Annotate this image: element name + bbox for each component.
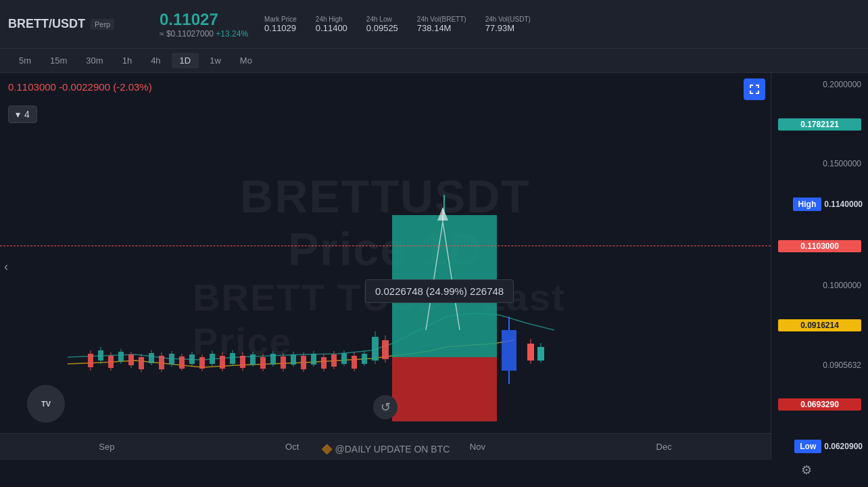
pair-name: BRETT/USDT: [8, 17, 85, 31]
high-badge: High: [793, 198, 822, 211]
price-value: 0.1000000: [823, 281, 861, 290]
main-layout: BRETTUSDT Price 1D BRETT TUSDT Last Pric…: [0, 73, 868, 460]
price-usd: ≈ $0.11027000: [160, 29, 214, 39]
daily-update-text: 🔶 @DAILY UPDATE ON BTC: [321, 444, 450, 455]
low-24h-value: 0.09525: [366, 23, 398, 33]
chevron-down-icon: ▾: [16, 109, 20, 120]
tradingview-logo: TV: [27, 385, 65, 423]
daily-update-footer: 🔶 @DAILY UPDATE ON BTC: [0, 444, 771, 455]
price-badge-yellow: 0.0916214: [778, 319, 861, 331]
tf-15m[interactable]: 15m: [42, 53, 75, 68]
high-24h-label: 24h High: [316, 16, 347, 23]
vol-brett-label: 24h Vol(BRETT): [417, 16, 466, 23]
tooltip-text: 0.0226748 (24.99%) 226748: [375, 285, 504, 297]
perp-badge: Perp: [91, 19, 114, 30]
vol-usdt-label: 24h Vol(USDT): [485, 16, 531, 23]
price-level-low: Low 0.0620900: [774, 438, 865, 455]
svg-rect-3: [758, 85, 759, 88]
svg-rect-69: [392, 357, 497, 421]
price-sub: ≈ $0.11027000 +13.24%: [160, 29, 248, 39]
timeframe-bar: 5m 15m 30m 1h 4h 1D 1w Mo: [0, 49, 868, 73]
low-24h-label: 24h Low: [366, 16, 398, 23]
chart-tooltip: 0.0226748 (24.99%) 226748: [365, 279, 514, 303]
price-level-0.178: 0.1782121: [774, 117, 865, 132]
price-level-0.1103: 0.1103000: [774, 239, 865, 254]
tv-logo-text: TV: [41, 400, 51, 408]
pair-info: BRETT/USDT Perp: [8, 17, 143, 31]
svg-rect-73: [502, 330, 516, 371]
tf-1h[interactable]: 1h: [114, 53, 140, 68]
price-value: 0.0905632: [823, 361, 861, 370]
sidebar-toggle[interactable]: ‹: [0, 256, 12, 278]
tf-1d[interactable]: 1D: [172, 53, 199, 68]
price-badge-red2: 0.0693290: [778, 398, 861, 411]
low-value: 0.0620900: [824, 442, 863, 451]
price-change-text: 0.1103000 -0.0022900 (-2.03%): [8, 81, 152, 93]
price-level-0.091: 0.0916214: [774, 318, 865, 333]
price-level-0.2: 0.2000000: [774, 78, 865, 91]
mark-price-label: Mark Price: [264, 16, 297, 23]
tf-4h[interactable]: 4h: [143, 53, 168, 68]
stat-24h-high: 24h High 0.11400: [316, 16, 347, 33]
dotted-line: [0, 246, 771, 246]
high-24h-value: 0.11400: [316, 23, 347, 33]
legend-button[interactable]: ▾ 4: [8, 106, 37, 123]
high-value: 0.1140000: [824, 200, 863, 209]
reset-icon: ↺: [381, 400, 391, 415]
chart-wrapper: BRETTUSDT Price 1D BRETT TUSDT Last Pric…: [0, 73, 771, 460]
chevron-left-icon: ‹: [4, 260, 8, 273]
low-badge: Low: [794, 440, 821, 453]
tf-30m[interactable]: 30m: [78, 53, 111, 68]
stat-vol-usdt: 24h Vol(USDT) 77.93M: [485, 16, 531, 33]
svg-rect-1: [750, 85, 751, 88]
price-level-0.15: 0.1500000: [774, 158, 865, 170]
header: BRETT/USDT Perp 0.11027 ≈ $0.11027000 +1…: [0, 0, 868, 49]
expand-icon: [748, 83, 761, 95]
price-badge-teal: 0.1782121: [778, 118, 861, 131]
stat-vol-brett: 24h Vol(BRETT) 738.14M: [417, 16, 466, 33]
price-level-0.090: 0.0905632: [774, 359, 865, 371]
reset-button[interactable]: ↺: [373, 395, 397, 419]
header-stats: Mark Price 0.11029 24h High 0.11400 24h …: [264, 16, 860, 33]
price-value: 0.2000000: [823, 80, 861, 89]
price-level-0.1: 0.1000000: [774, 279, 865, 292]
vol-brett-value: 738.14M: [417, 23, 466, 33]
price-scale: 0.2000000 0.1782121 0.1500000 High 0.114…: [771, 73, 868, 460]
svg-marker-72: [437, 207, 448, 221]
mark-price-value: 0.11029: [264, 23, 297, 33]
legend-value: 4: [24, 109, 30, 120]
price-level-high: High 0.1140000: [774, 196, 865, 212]
stat-mark-price: Mark Price 0.11029: [264, 16, 297, 33]
svg-rect-5: [750, 91, 751, 94]
price-big: 0.11027: [160, 10, 248, 29]
stat-24h-low: 24h Low 0.09525: [366, 16, 398, 33]
price-value: 0.1500000: [823, 159, 861, 168]
price-change-info: 0.1103000 -0.0022900 (-2.03%): [8, 81, 152, 93]
tf-1w[interactable]: 1w: [201, 53, 229, 68]
expand-button[interactable]: [744, 78, 765, 100]
tf-5m[interactable]: 5m: [11, 53, 39, 68]
vol-usdt-value: 77.93M: [485, 23, 531, 33]
price-level-0.069: 0.0693290: [774, 397, 865, 412]
price-badge-red: 0.1103000: [778, 240, 861, 252]
svg-rect-7: [758, 91, 759, 94]
price-change: +13.24%: [216, 29, 248, 39]
price-main: 0.11027 ≈ $0.11027000 +13.24%: [160, 10, 248, 39]
tf-mo[interactable]: Mo: [232, 53, 260, 68]
